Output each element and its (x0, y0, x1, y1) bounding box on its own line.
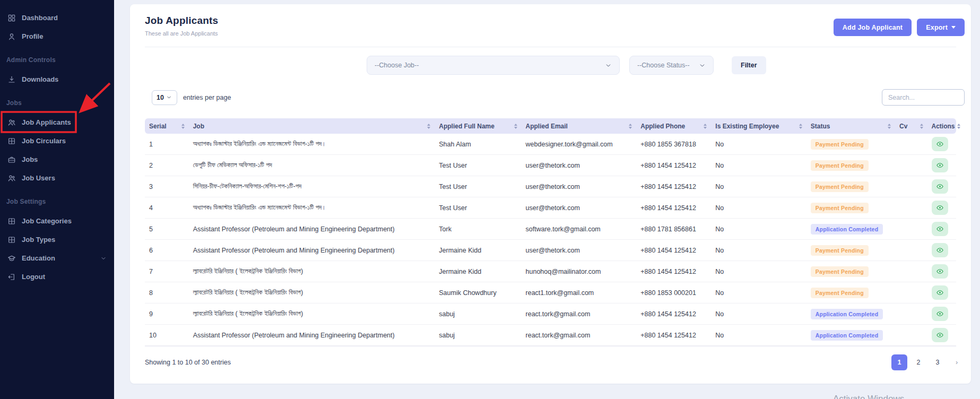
sidebar-item-job-types[interactable]: Job Types (0, 230, 114, 249)
sort-icon[interactable] (704, 124, 707, 129)
user-icon (7, 32, 16, 41)
sidebar-item-job-applicants[interactable]: Job Applicants (0, 113, 114, 132)
sidebar-item-downloads[interactable]: Downloads (0, 70, 114, 89)
table-row: 5Assistant Professor (Petroleum and Mini… (145, 219, 956, 240)
dashboard-icon (7, 14, 16, 22)
sidebar-item-dashboard[interactable]: Dashboard (0, 8, 114, 27)
job-cell: ল্যাবরেটরি ইঞ্জিনিয়ার ( ইলেকট্রনিক ইঞ্জ… (189, 282, 435, 303)
sort-icon[interactable] (427, 124, 430, 129)
education-icon (7, 254, 16, 263)
applied-phone-cell: +880 1454 125412 (636, 176, 711, 197)
job-cell: ল্যাবরেটরি ইঞ্জিনিয়ার ( ইলেকট্রনিক ইঞ্জ… (189, 303, 435, 325)
applied-full-name-cell: Test User (435, 155, 521, 176)
column-header-label: Actions (932, 123, 955, 130)
entries-per-page-select[interactable]: 10 (152, 90, 177, 105)
column-header-actions[interactable]: Actions (927, 118, 956, 134)
applied-phone-cell: +880 1454 125412 (636, 197, 711, 219)
job-cell: ল্যাবরেটরি ইঞ্জিনিয়ার ( ইলেকট্রনিক ইঞ্জ… (189, 261, 435, 282)
chevron-down-icon (699, 62, 706, 69)
choose-status-value: --Choose Status-- (637, 62, 690, 69)
view-applicant-button[interactable] (932, 307, 948, 321)
sidebar-item-label: Profile (22, 32, 43, 40)
choose-job-value: --Choose Job-- (375, 62, 419, 69)
column-header-label: Is Existing Employee (715, 123, 779, 130)
search-input[interactable] (882, 89, 965, 106)
cv-cell (895, 261, 927, 282)
page-button-2[interactable]: 2 (910, 354, 926, 370)
filter-button[interactable]: Filter (732, 56, 766, 74)
entries-per-page-label: entries per page (183, 94, 231, 101)
sidebar-item-job-users[interactable]: Job Users (0, 169, 114, 187)
serial-cell: 2 (145, 155, 189, 176)
sort-icon[interactable] (888, 124, 891, 129)
column-header-is-existing-employee[interactable]: Is Existing Employee (711, 118, 806, 134)
sidebar-item-job-categories[interactable]: Job Categories (0, 212, 114, 230)
sidebar-section-label-admin-controls: Admin Controls (0, 46, 114, 70)
eye-icon (936, 162, 943, 169)
table-row: 2ডেপুটি চীফ মেডিক্যাল অফিসার-১টি পদTest … (145, 155, 956, 176)
sidebar-item-label: Job Circulars (22, 137, 66, 145)
applied-phone-cell: +880 1454 125412 (636, 155, 711, 176)
sidebar-item-education[interactable]: Education (0, 249, 114, 267)
sort-icon[interactable] (181, 124, 185, 129)
column-header-applied-phone[interactable]: Applied Phone (636, 118, 711, 134)
column-header-applied-full-name[interactable]: Applied Full Name (435, 118, 521, 134)
choose-job-select[interactable]: --Choose Job-- (367, 56, 620, 75)
sort-icon[interactable] (514, 124, 517, 129)
view-applicant-button[interactable] (932, 158, 948, 172)
sidebar-item-logout[interactable]: Logout (0, 267, 114, 286)
sidebar-item-label: Logout (22, 273, 45, 281)
sort-icon[interactable] (799, 124, 802, 129)
chevron-down-icon (166, 94, 172, 100)
applied-phone-cell: +880 1454 125412 (636, 303, 711, 325)
actions-cell (927, 261, 956, 282)
choose-status-select[interactable]: --Choose Status-- (629, 56, 714, 75)
logout-icon (7, 273, 16, 281)
column-header-applied-email[interactable]: Applied Email (522, 118, 637, 134)
view-applicant-button[interactable] (932, 243, 948, 257)
next-page-button[interactable]: › (949, 354, 965, 370)
status-cell: Payment Pending (806, 282, 895, 303)
applied-phone-cell: +880 1853 000201 (636, 282, 711, 303)
status-badge: Application Completed (811, 224, 883, 235)
column-header-cv[interactable]: Cv (895, 118, 927, 134)
view-applicant-button[interactable] (932, 179, 948, 194)
applied-email-cell: user@thetork.com (522, 197, 637, 219)
view-applicant-button[interactable] (932, 328, 948, 342)
status-badge: Payment Pending (811, 288, 869, 298)
column-header-status[interactable]: Status (806, 118, 895, 134)
serial-cell: 10 (145, 325, 189, 346)
applied-phone-cell: +880 1855 367818 (636, 134, 711, 155)
sidebar-item-profile[interactable]: Profile (0, 27, 114, 46)
status-cell: Application Completed (806, 219, 895, 240)
add-job-applicant-button[interactable]: Add Job Applicant (834, 19, 912, 36)
view-applicant-button[interactable] (932, 222, 948, 236)
view-applicant-button[interactable] (932, 137, 948, 151)
serial-cell: 3 (145, 176, 189, 197)
column-header-label: Cv (899, 123, 907, 130)
column-header-serial[interactable]: Serial (145, 118, 189, 134)
page-button-1[interactable]: 1 (891, 354, 907, 370)
is-existing-employee-cell: No (711, 282, 806, 303)
view-applicant-button[interactable] (932, 285, 948, 300)
cv-cell (895, 282, 927, 303)
sort-icon[interactable] (629, 124, 632, 129)
sidebar-item-job-circulars[interactable]: Job Circulars (0, 132, 114, 150)
table-row: 6Assistant Professor (Petroleum and Mini… (145, 240, 956, 261)
page-button-3[interactable]: 3 (930, 354, 946, 370)
sort-icon[interactable] (920, 124, 923, 129)
sort-icon[interactable] (957, 124, 960, 129)
applied-email-cell: user@thetork.com (522, 240, 637, 261)
users-icon (7, 118, 16, 127)
is-existing-employee-cell: No (711, 219, 806, 240)
serial-cell: 8 (145, 282, 189, 303)
sidebar-item-jobs[interactable]: Jobs (0, 150, 114, 169)
actions-cell (927, 134, 956, 155)
view-applicant-button[interactable] (932, 201, 948, 215)
download-icon (7, 75, 16, 84)
view-applicant-button[interactable] (932, 264, 948, 279)
applied-full-name-cell: Tork (435, 219, 521, 240)
export-button[interactable]: Export (917, 19, 965, 36)
cv-cell (895, 197, 927, 219)
column-header-job[interactable]: Job (189, 118, 435, 134)
